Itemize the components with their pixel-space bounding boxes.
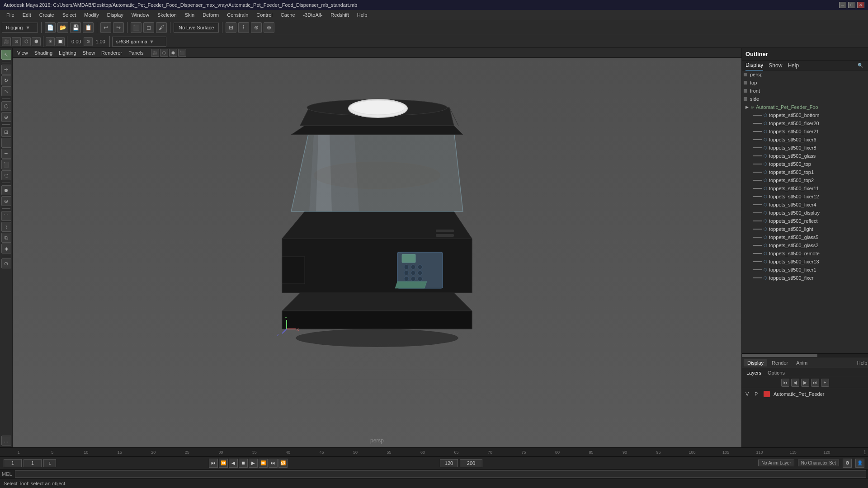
extrude-btn[interactable]: ⧉: [1, 233, 11, 243]
outliner-item-reflect[interactable]: ⬡ toppets_stl500_reflect: [742, 217, 868, 225]
save-as-btn[interactable]: 📋: [83, 22, 94, 33]
texture-btn[interactable]: ⬢: [32, 37, 41, 46]
menu-skin[interactable]: Skin: [181, 11, 198, 19]
smooth-btn[interactable]: ⬡: [22, 37, 31, 46]
renderer-menu[interactable]: Renderer: [99, 49, 125, 56]
playback-end-input[interactable]: [460, 459, 482, 467]
menu-deform[interactable]: Deform: [199, 11, 222, 19]
snap-point-btn[interactable]: ⊕: [251, 22, 262, 33]
mel-input[interactable]: [15, 470, 866, 478]
outliner-item-glass2[interactable]: ⬡ toppets_stl500_glass2: [742, 241, 868, 249]
tab-anim[interactable]: Anim: [793, 359, 811, 366]
menu-select[interactable]: Select: [59, 11, 80, 19]
menu-window[interactable]: Window: [128, 11, 153, 19]
layer-color-swatch[interactable]: [764, 391, 770, 397]
new-scene-btn[interactable]: 📄: [45, 22, 56, 33]
snap-curve-btn[interactable]: ⌇: [238, 22, 249, 33]
outliner-tab-help[interactable]: Help: [788, 61, 799, 70]
vp-shade-btn[interactable]: ⬢: [169, 49, 177, 57]
outliner-item-fixer1[interactable]: ⬡ toppets_stl500_fixer1: [742, 266, 868, 274]
menu-edit[interactable]: Edit: [19, 11, 35, 19]
bridge-btn[interactable]: ⌇: [1, 222, 11, 232]
outliner-scrollbar[interactable]: [742, 353, 868, 357]
outliner-item-fixer6[interactable]: ⬡ toppets_stl500_fixer6: [742, 136, 868, 144]
open-scene-btn[interactable]: 📂: [57, 22, 68, 33]
vp-wire-btn[interactable]: ⬡: [160, 49, 168, 57]
menu-display[interactable]: Display: [104, 11, 127, 19]
outliner-item-fixer12[interactable]: ⬡ toppets_stl500_fixer12: [742, 192, 868, 201]
lasso-tool-btn[interactable]: ⬡: [1, 101, 11, 111]
rotate-tool-btn[interactable]: ↻: [1, 75, 11, 85]
menu-cache[interactable]: Cache: [277, 11, 299, 19]
wireframe-btn[interactable]: ⊡: [12, 37, 21, 46]
char-btn[interactable]: 👤: [855, 459, 864, 468]
show-menu[interactable]: Show: [80, 49, 98, 56]
panels-menu[interactable]: Panels: [126, 49, 146, 56]
step-fwd-btn[interactable]: ⏩: [259, 459, 268, 468]
face-btn[interactable]: ⬛: [1, 160, 11, 169]
undo-btn[interactable]: ↩: [100, 22, 111, 33]
light-btn[interactable]: ☀: [46, 37, 55, 46]
menu-redshift[interactable]: Redshift: [327, 11, 352, 19]
move-tool-btn[interactable]: ✛: [1, 65, 11, 75]
select-tool-btn[interactable]: ↖: [1, 50, 11, 60]
outliner-item-light[interactable]: ⬡ toppets_stl500_light: [742, 225, 868, 233]
stop-btn[interactable]: ⏹: [239, 459, 248, 468]
sculpt-btn[interactable]: ⏺: [1, 185, 11, 195]
outliner-item-glass[interactable]: ⬡ toppets_stl500_glass: [742, 152, 868, 160]
menu-3dtoall[interactable]: -3DtoAll-: [300, 11, 326, 19]
camera-top[interactable]: top: [742, 79, 868, 87]
outliner-item-fixer4[interactable]: ⬡ toppets_stl500_fixer4: [742, 201, 868, 209]
frame-display[interactable]: 1: [43, 459, 56, 467]
scale-tool-btn[interactable]: ⤡: [1, 86, 11, 96]
outliner-item-display[interactable]: ⬡ toppets_stl500_display: [742, 209, 868, 217]
no-character-set-badge[interactable]: No Character Set: [798, 460, 839, 466]
outliner-item-fixer[interactable]: ⬡ toppets_stl500_fixer: [742, 274, 868, 282]
tab-render[interactable]: Render: [768, 359, 792, 366]
zero-btn[interactable]: ⊙: [84, 37, 93, 46]
menu-create[interactable]: Create: [36, 11, 58, 19]
bevel-btn[interactable]: ◈: [1, 244, 11, 253]
rigging-dropdown[interactable]: Rigging ▼: [2, 23, 38, 33]
outliner-item-top1[interactable]: ⬡ toppets_stl500_top1: [742, 168, 868, 176]
outliner-item-top2[interactable]: ⬡ toppets_stl500_top2: [742, 176, 868, 184]
outliner-search-btn[interactable]: 🔍: [856, 61, 864, 70]
vp-cam-btn[interactable]: 🎥: [151, 49, 159, 57]
end-frame-input[interactable]: [440, 459, 458, 467]
subtab-layers[interactable]: Layers: [744, 370, 764, 376]
minimize-button[interactable]: ─: [839, 2, 846, 8]
component-btn[interactable]: ⊞: [1, 127, 11, 137]
uv-btn[interactable]: ◌: [1, 170, 11, 180]
snap-surface-btn[interactable]: ⊗: [264, 22, 274, 33]
menu-skeleton[interactable]: Skeleton: [154, 11, 180, 19]
step-back-btn[interactable]: ⏪: [219, 459, 228, 468]
maximize-button[interactable]: □: [848, 2, 855, 8]
menu-modify[interactable]: Modify: [80, 11, 102, 19]
start-frame-input[interactable]: [4, 459, 22, 467]
edge-btn[interactable]: ━: [1, 149, 11, 159]
menu-file[interactable]: File: [3, 11, 18, 19]
outliner-item-remote[interactable]: ⬡ toppets_stl500_remote: [742, 249, 868, 258]
play-fwd-btn[interactable]: ▶: [249, 459, 258, 468]
camera-persp[interactable]: persp: [742, 70, 868, 79]
camera-front[interactable]: front: [742, 87, 868, 95]
select-btn[interactable]: ⬛: [131, 22, 142, 33]
shadow-btn[interactable]: 🔲: [56, 37, 65, 46]
nav-add[interactable]: +: [821, 379, 829, 387]
redo-btn[interactable]: ↪: [113, 22, 124, 33]
save-scene-btn[interactable]: 💾: [70, 22, 81, 33]
outliner-item-fixer13[interactable]: ⬡ toppets_stl500_fixer13: [742, 258, 868, 266]
nav-first[interactable]: ⏮: [781, 379, 789, 387]
lasso-btn[interactable]: ◻: [143, 22, 154, 33]
live-surface-btn[interactable]: No Live Surface: [174, 23, 219, 33]
outliner-item-top[interactable]: ⬡ toppets_stl500_top: [742, 160, 868, 168]
camera-btn[interactable]: 🎥: [2, 37, 11, 46]
paint-select-btn[interactable]: 🖌: [156, 22, 167, 33]
snap-grid-btn[interactable]: ⊞: [226, 22, 236, 33]
show-manip-btn[interactable]: ⊙: [1, 258, 11, 268]
goto-end-btn[interactable]: ⏭: [269, 459, 278, 468]
outliner-item-bottom[interactable]: ⬡ toppets_stl500_bottom: [742, 111, 868, 119]
viewport-canvas[interactable]: X Y Z persp: [13, 58, 741, 447]
soft-btn[interactable]: ⊛: [1, 196, 11, 206]
nav-next[interactable]: ▶: [801, 379, 809, 387]
